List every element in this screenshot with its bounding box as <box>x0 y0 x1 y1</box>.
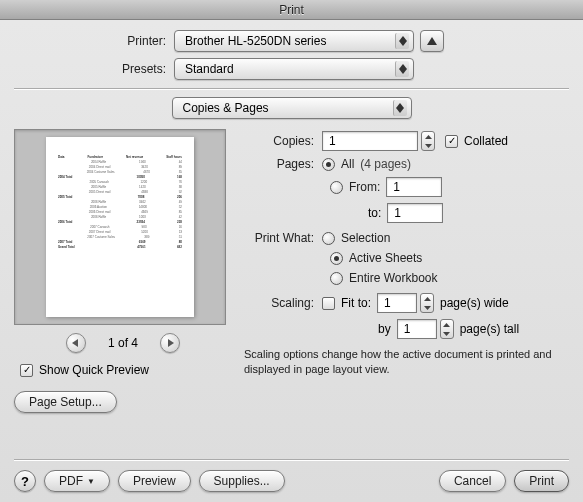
presets-value: Standard <box>185 62 234 76</box>
pages-label: Pages: <box>244 157 322 171</box>
updown-icon <box>395 61 409 77</box>
page-indicator: 1 of 4 <box>108 336 138 350</box>
fit-tall-input[interactable] <box>397 319 437 339</box>
printer-label: Printer: <box>14 34 174 48</box>
stepper-up-icon <box>425 135 432 139</box>
page-setup-button[interactable]: Page Setup... <box>14 391 117 413</box>
show-quick-preview-label: Show Quick Preview <box>39 363 149 377</box>
svg-marker-10 <box>425 144 432 148</box>
preview-frame: DataFundraiserNet revenueStaff hours 200… <box>14 129 226 325</box>
svg-marker-12 <box>424 306 431 310</box>
scaling-label: Scaling: <box>244 296 322 310</box>
section-value: Copies & Pages <box>183 101 269 115</box>
print-what-active-sheets-radio[interactable]: Active Sheets <box>330 251 422 265</box>
show-quick-preview-checkbox[interactable]: ✓ <box>20 364 33 377</box>
pages-tall-label: page(s) tall <box>460 322 519 336</box>
copies-input[interactable] <box>322 131 418 151</box>
printer-select[interactable]: Brother HL-5250DN series <box>174 30 414 52</box>
prev-page-button[interactable] <box>66 333 86 353</box>
window-title: Print <box>0 0 583 20</box>
radio-icon <box>322 158 335 171</box>
collapse-button[interactable] <box>420 30 444 52</box>
printer-value: Brother HL-5250DN series <box>185 34 326 48</box>
copies-label: Copies: <box>244 134 322 148</box>
arrow-right-icon <box>166 339 174 347</box>
print-dialog: Printer: Brother HL-5250DN series Preset… <box>0 20 583 502</box>
stepper-down-icon <box>425 144 432 148</box>
updown-icon <box>395 33 409 49</box>
svg-marker-8 <box>168 339 174 347</box>
triangle-down-icon: ▼ <box>87 477 95 486</box>
updown-icon <box>393 100 407 116</box>
svg-marker-6 <box>396 108 404 113</box>
fit-wide-input[interactable] <box>377 293 417 313</box>
pages-all-radio[interactable]: All (4 pages) <box>322 157 411 171</box>
radio-icon <box>330 181 343 194</box>
print-what-selection-radio[interactable]: Selection <box>322 231 390 245</box>
radio-icon <box>322 232 335 245</box>
svg-marker-1 <box>399 41 407 46</box>
footer: ? PDF▼ Preview Supplies... Cancel Print <box>14 459 569 492</box>
svg-marker-14 <box>443 332 450 336</box>
page-thumbnail: DataFundraiserNet revenueStaff hours 200… <box>46 137 194 317</box>
arrow-left-icon <box>72 339 80 347</box>
by-label: by <box>378 322 391 336</box>
print-what-entire-workbook-radio[interactable]: Entire Workbook <box>330 271 437 285</box>
pages-wide-label: page(s) wide <box>440 296 509 310</box>
supplies-button[interactable]: Supplies... <box>199 470 285 492</box>
pages-to-input[interactable] <box>387 203 443 223</box>
svg-marker-9 <box>425 135 432 139</box>
fit-tall-stepper[interactable] <box>440 319 454 339</box>
help-button[interactable]: ? <box>14 470 36 492</box>
options-pane: Copies: ✓ Collated Pages: All (4 pages) <box>244 129 569 413</box>
pages-from-input[interactable] <box>386 177 442 197</box>
svg-marker-2 <box>427 37 437 45</box>
presets-select[interactable]: Standard <box>174 58 414 80</box>
svg-marker-7 <box>72 339 78 347</box>
preview-button[interactable]: Preview <box>118 470 191 492</box>
collated-label: Collated <box>464 134 508 148</box>
pages-to-label: to: <box>368 206 381 220</box>
fit-to-label: Fit to: <box>341 296 371 310</box>
preview-pane: DataFundraiserNet revenueStaff hours 200… <box>14 129 232 413</box>
collated-checkbox[interactable]: ✓ <box>445 135 458 148</box>
section-select[interactable]: Copies & Pages <box>172 97 412 119</box>
pdf-menu-button[interactable]: PDF▼ <box>44 470 110 492</box>
radio-icon <box>330 272 343 285</box>
svg-marker-4 <box>399 69 407 74</box>
svg-marker-13 <box>443 323 450 327</box>
cancel-button[interactable]: Cancel <box>439 470 506 492</box>
fit-to-checkbox[interactable] <box>322 297 335 310</box>
pages-from-radio[interactable]: From: <box>330 180 380 194</box>
fit-wide-stepper[interactable] <box>420 293 434 313</box>
triangle-up-icon <box>427 37 437 45</box>
presets-label: Presets: <box>14 62 174 76</box>
print-button[interactable]: Print <box>514 470 569 492</box>
next-page-button[interactable] <box>160 333 180 353</box>
print-what-label: Print What: <box>244 231 322 245</box>
scaling-hint: Scaling options change how the active do… <box>244 347 569 378</box>
radio-icon <box>330 252 343 265</box>
copies-stepper[interactable] <box>421 131 435 151</box>
svg-marker-11 <box>424 297 431 301</box>
separator <box>14 88 569 89</box>
